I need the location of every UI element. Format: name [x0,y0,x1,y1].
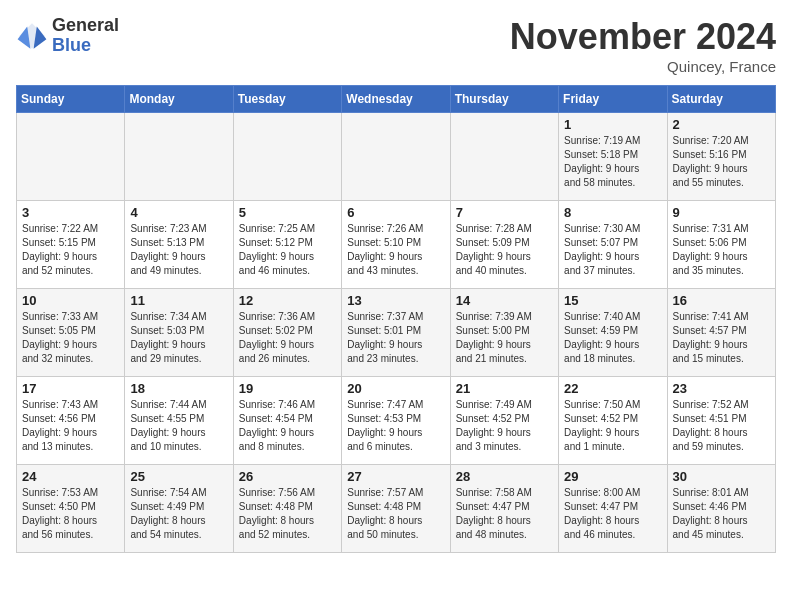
location: Quincey, France [510,58,776,75]
day-info: Sunrise: 7:53 AM Sunset: 4:50 PM Dayligh… [22,486,119,542]
weekday-header-tuesday: Tuesday [233,86,341,113]
day-info: Sunrise: 7:26 AM Sunset: 5:10 PM Dayligh… [347,222,444,278]
calendar-day-cell: 29Sunrise: 8:00 AM Sunset: 4:47 PM Dayli… [559,465,667,553]
calendar-day-cell: 10Sunrise: 7:33 AM Sunset: 5:05 PM Dayli… [17,289,125,377]
calendar-day-cell: 20Sunrise: 7:47 AM Sunset: 4:53 PM Dayli… [342,377,450,465]
weekday-header-wednesday: Wednesday [342,86,450,113]
calendar-day-cell: 23Sunrise: 7:52 AM Sunset: 4:51 PM Dayli… [667,377,775,465]
day-number: 15 [564,293,661,308]
calendar-day-cell: 8Sunrise: 7:30 AM Sunset: 5:07 PM Daylig… [559,201,667,289]
calendar-week-row: 17Sunrise: 7:43 AM Sunset: 4:56 PM Dayli… [17,377,776,465]
calendar-day-cell: 26Sunrise: 7:56 AM Sunset: 4:48 PM Dayli… [233,465,341,553]
calendar-day-cell: 18Sunrise: 7:44 AM Sunset: 4:55 PM Dayli… [125,377,233,465]
weekday-header-row: SundayMondayTuesdayWednesdayThursdayFrid… [17,86,776,113]
page-header: General Blue November 2024 Quincey, Fran… [16,16,776,75]
day-info: Sunrise: 7:44 AM Sunset: 4:55 PM Dayligh… [130,398,227,454]
calendar-day-cell: 6Sunrise: 7:26 AM Sunset: 5:10 PM Daylig… [342,201,450,289]
day-number: 13 [347,293,444,308]
day-info: Sunrise: 7:36 AM Sunset: 5:02 PM Dayligh… [239,310,336,366]
day-number: 1 [564,117,661,132]
day-number: 7 [456,205,553,220]
day-number: 8 [564,205,661,220]
day-info: Sunrise: 7:40 AM Sunset: 4:59 PM Dayligh… [564,310,661,366]
day-info: Sunrise: 7:57 AM Sunset: 4:48 PM Dayligh… [347,486,444,542]
calendar-day-cell: 16Sunrise: 7:41 AM Sunset: 4:57 PM Dayli… [667,289,775,377]
day-number: 20 [347,381,444,396]
title-block: November 2024 Quincey, France [510,16,776,75]
calendar-day-cell: 1Sunrise: 7:19 AM Sunset: 5:18 PM Daylig… [559,113,667,201]
day-number: 25 [130,469,227,484]
day-info: Sunrise: 7:56 AM Sunset: 4:48 PM Dayligh… [239,486,336,542]
day-number: 14 [456,293,553,308]
day-number: 12 [239,293,336,308]
calendar-table: SundayMondayTuesdayWednesdayThursdayFrid… [16,85,776,553]
logo-icon [16,20,48,52]
day-info: Sunrise: 8:01 AM Sunset: 4:46 PM Dayligh… [673,486,770,542]
weekday-header-sunday: Sunday [17,86,125,113]
day-info: Sunrise: 7:19 AM Sunset: 5:18 PM Dayligh… [564,134,661,190]
day-number: 5 [239,205,336,220]
day-number: 22 [564,381,661,396]
calendar-day-cell [233,113,341,201]
logo: General Blue [16,16,119,56]
day-number: 26 [239,469,336,484]
calendar-day-cell [450,113,558,201]
calendar-day-cell: 13Sunrise: 7:37 AM Sunset: 5:01 PM Dayli… [342,289,450,377]
calendar-body: 1Sunrise: 7:19 AM Sunset: 5:18 PM Daylig… [17,113,776,553]
calendar-day-cell [17,113,125,201]
day-number: 19 [239,381,336,396]
calendar-day-cell: 25Sunrise: 7:54 AM Sunset: 4:49 PM Dayli… [125,465,233,553]
day-info: Sunrise: 7:58 AM Sunset: 4:47 PM Dayligh… [456,486,553,542]
day-number: 23 [673,381,770,396]
day-info: Sunrise: 7:37 AM Sunset: 5:01 PM Dayligh… [347,310,444,366]
day-number: 16 [673,293,770,308]
logo-text: General Blue [52,16,119,56]
weekday-header-saturday: Saturday [667,86,775,113]
day-info: Sunrise: 7:54 AM Sunset: 4:49 PM Dayligh… [130,486,227,542]
day-info: Sunrise: 7:20 AM Sunset: 5:16 PM Dayligh… [673,134,770,190]
day-info: Sunrise: 7:39 AM Sunset: 5:00 PM Dayligh… [456,310,553,366]
calendar-week-row: 1Sunrise: 7:19 AM Sunset: 5:18 PM Daylig… [17,113,776,201]
calendar-day-cell: 9Sunrise: 7:31 AM Sunset: 5:06 PM Daylig… [667,201,775,289]
calendar-day-cell: 14Sunrise: 7:39 AM Sunset: 5:00 PM Dayli… [450,289,558,377]
day-info: Sunrise: 7:25 AM Sunset: 5:12 PM Dayligh… [239,222,336,278]
weekday-header-thursday: Thursday [450,86,558,113]
calendar-day-cell: 12Sunrise: 7:36 AM Sunset: 5:02 PM Dayli… [233,289,341,377]
calendar-day-cell: 30Sunrise: 8:01 AM Sunset: 4:46 PM Dayli… [667,465,775,553]
logo-line2: Blue [52,36,119,56]
day-info: Sunrise: 7:50 AM Sunset: 4:52 PM Dayligh… [564,398,661,454]
calendar-day-cell: 27Sunrise: 7:57 AM Sunset: 4:48 PM Dayli… [342,465,450,553]
calendar-day-cell: 24Sunrise: 7:53 AM Sunset: 4:50 PM Dayli… [17,465,125,553]
day-number: 29 [564,469,661,484]
calendar-day-cell [125,113,233,201]
day-info: Sunrise: 7:31 AM Sunset: 5:06 PM Dayligh… [673,222,770,278]
day-number: 28 [456,469,553,484]
day-info: Sunrise: 7:22 AM Sunset: 5:15 PM Dayligh… [22,222,119,278]
day-info: Sunrise: 7:34 AM Sunset: 5:03 PM Dayligh… [130,310,227,366]
day-info: Sunrise: 7:41 AM Sunset: 4:57 PM Dayligh… [673,310,770,366]
month-title: November 2024 [510,16,776,58]
day-number: 9 [673,205,770,220]
calendar-day-cell: 17Sunrise: 7:43 AM Sunset: 4:56 PM Dayli… [17,377,125,465]
logo-line1: General [52,16,119,36]
day-info: Sunrise: 7:46 AM Sunset: 4:54 PM Dayligh… [239,398,336,454]
day-number: 4 [130,205,227,220]
day-number: 27 [347,469,444,484]
day-number: 3 [22,205,119,220]
calendar-day-cell: 11Sunrise: 7:34 AM Sunset: 5:03 PM Dayli… [125,289,233,377]
calendar-week-row: 10Sunrise: 7:33 AM Sunset: 5:05 PM Dayli… [17,289,776,377]
weekday-header-friday: Friday [559,86,667,113]
day-info: Sunrise: 7:33 AM Sunset: 5:05 PM Dayligh… [22,310,119,366]
calendar-day-cell: 15Sunrise: 7:40 AM Sunset: 4:59 PM Dayli… [559,289,667,377]
calendar-day-cell: 7Sunrise: 7:28 AM Sunset: 5:09 PM Daylig… [450,201,558,289]
day-info: Sunrise: 7:23 AM Sunset: 5:13 PM Dayligh… [130,222,227,278]
day-number: 2 [673,117,770,132]
calendar-day-cell: 28Sunrise: 7:58 AM Sunset: 4:47 PM Dayli… [450,465,558,553]
weekday-header-monday: Monday [125,86,233,113]
day-info: Sunrise: 8:00 AM Sunset: 4:47 PM Dayligh… [564,486,661,542]
calendar-day-cell: 21Sunrise: 7:49 AM Sunset: 4:52 PM Dayli… [450,377,558,465]
calendar-day-cell: 19Sunrise: 7:46 AM Sunset: 4:54 PM Dayli… [233,377,341,465]
day-info: Sunrise: 7:49 AM Sunset: 4:52 PM Dayligh… [456,398,553,454]
calendar-day-cell: 22Sunrise: 7:50 AM Sunset: 4:52 PM Dayli… [559,377,667,465]
day-number: 11 [130,293,227,308]
